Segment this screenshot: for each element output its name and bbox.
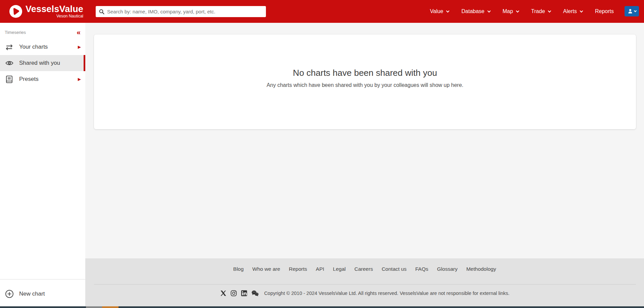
app: VesselsValue Veson Nautical Value Databa… xyxy=(0,0,644,308)
nav-label: Reports xyxy=(595,8,614,14)
bottom-strip-orange-segment xyxy=(102,306,119,308)
sidebar-item-shared-with-you[interactable]: Shared with you xyxy=(0,55,85,71)
main-area: No charts have been shared with you Any … xyxy=(85,23,644,308)
page-footer: Blog Who we are Reports API Legal Career… xyxy=(85,258,644,308)
sidebar-item-your-charts[interactable]: Your charts ▶ xyxy=(0,39,85,55)
nav-label: Trade xyxy=(531,8,545,14)
nav-item-alerts[interactable]: Alerts xyxy=(563,8,583,14)
plus-circle-icon xyxy=(5,290,14,298)
social-icons xyxy=(220,290,259,297)
footer-link-glossary[interactable]: Glossary xyxy=(437,266,458,272)
submenu-arrow-icon: ▶ xyxy=(78,77,81,82)
footer-link-methodology[interactable]: Methodology xyxy=(466,266,496,272)
user-menu-button[interactable] xyxy=(625,6,639,16)
chevron-down-icon xyxy=(516,9,519,12)
nav-item-reports[interactable]: Reports xyxy=(595,8,614,14)
logo-subtitle: Veson Nautical xyxy=(56,14,83,18)
content-area: No charts have been shared with you Any … xyxy=(85,23,644,258)
sidebar-header: Timeseries « xyxy=(0,23,85,39)
search-input[interactable] xyxy=(107,9,263,14)
nav-label: Value xyxy=(430,8,444,14)
timeseries-sidebar: Timeseries « Your charts ▶ xyxy=(0,23,85,308)
chevron-down-icon xyxy=(446,9,450,12)
swap-arrows-icon xyxy=(5,43,14,51)
nav-item-map[interactable]: Map xyxy=(503,8,519,14)
chevron-down-icon xyxy=(580,9,583,12)
nav-label: Database xyxy=(461,8,485,14)
footer-link-legal[interactable]: Legal xyxy=(333,266,346,272)
nav-label: Map xyxy=(503,8,513,14)
instagram-icon[interactable] xyxy=(230,290,237,297)
nav-item-value[interactable]: Value xyxy=(430,8,449,14)
empty-state-title: No charts have been shared with you xyxy=(94,68,636,78)
sidebar-item-presets[interactable]: Presets ▶ xyxy=(0,71,85,87)
search-icon xyxy=(99,9,104,14)
chevron-down-icon xyxy=(634,9,636,12)
logo-play-icon xyxy=(9,5,22,18)
top-navigation-bar: VesselsValue Veson Nautical Value Databa… xyxy=(0,0,644,23)
nav-label: Alerts xyxy=(563,8,577,14)
empty-state-description: Any charts which have been shared with y… xyxy=(94,82,636,88)
primary-nav: Value Database Map Trade Alerts Reports xyxy=(430,0,614,23)
sidebar-section-title: Timeseries xyxy=(5,30,26,35)
new-chart-button[interactable]: New chart xyxy=(0,279,85,308)
book-icon xyxy=(5,75,14,84)
copyright-row: Copyright © 2010 - 2024 VesselsValue Ltd… xyxy=(85,290,644,297)
nav-item-trade[interactable]: Trade xyxy=(531,8,551,14)
sidebar-item-label: Your charts xyxy=(19,44,48,50)
footer-divider xyxy=(94,284,636,285)
submenu-arrow-icon: ▶ xyxy=(78,45,81,49)
global-search xyxy=(96,6,266,17)
sidebar-item-label: Shared with you xyxy=(19,60,60,66)
copyright-text: Copyright © 2010 - 2024 VesselsValue Ltd… xyxy=(264,291,510,296)
sidebar-spacer xyxy=(0,87,85,279)
vesselsvalue-logo[interactable]: VesselsValue Veson Nautical xyxy=(9,4,83,18)
logo-text: VesselsValue Veson Nautical xyxy=(26,4,83,18)
logo-title: VesselsValue xyxy=(26,4,83,14)
shared-charts-empty-card: No charts have been shared with you Any … xyxy=(94,35,636,129)
footer-link-blog[interactable]: Blog xyxy=(233,266,244,272)
wechat-icon[interactable] xyxy=(251,290,259,297)
nav-item-database[interactable]: Database xyxy=(461,8,490,14)
chevron-down-icon xyxy=(487,9,491,12)
footer-link-api[interactable]: API xyxy=(316,266,324,272)
sidebar-item-label: Presets xyxy=(19,76,39,83)
footer-link-reports[interactable]: Reports xyxy=(289,266,307,272)
x-icon[interactable] xyxy=(220,290,227,297)
bottom-edge-strip xyxy=(0,306,644,308)
footer-link-careers[interactable]: Careers xyxy=(355,266,373,272)
eye-icon xyxy=(5,59,14,67)
collapse-sidebar-icon[interactable]: « xyxy=(77,30,81,35)
footer-link-faqs[interactable]: FAQs xyxy=(415,266,428,272)
chevron-down-icon xyxy=(548,9,551,12)
footer-link-contact-us[interactable]: Contact us xyxy=(382,266,407,272)
bottom-strip-gray-segment xyxy=(86,306,102,308)
linkedin-icon[interactable] xyxy=(241,290,247,297)
footer-links: Blog Who we are Reports API Legal Career… xyxy=(85,258,644,272)
user-icon xyxy=(628,8,633,14)
new-chart-label: New chart xyxy=(19,291,45,297)
footer-link-who-we-are[interactable]: Who we are xyxy=(252,266,280,272)
